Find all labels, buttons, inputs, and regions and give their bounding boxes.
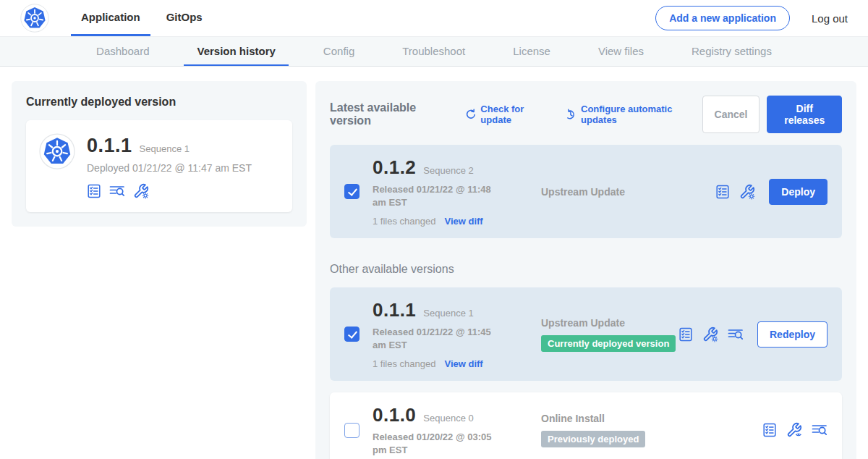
check-for-update-link[interactable]: Check for update bbox=[465, 104, 553, 125]
currently-deployed-badge: Currently deployed version bbox=[541, 335, 676, 352]
kubernetes-logo-icon bbox=[20, 4, 49, 33]
version-source: Upstream Update bbox=[541, 186, 715, 198]
tab-application[interactable]: Application bbox=[71, 0, 150, 36]
app-subnav: Dashboard Version history Config Trouble… bbox=[0, 36, 868, 67]
version-source: Online Install Previously deployed bbox=[541, 413, 762, 447]
refresh-icon bbox=[465, 109, 477, 121]
view-config-icon[interactable] bbox=[786, 422, 802, 438]
version-sequence: Sequence 1 bbox=[423, 308, 473, 319]
version-actions: Redeploy bbox=[678, 321, 827, 348]
released-timestamp: Released 01/21/22 @ 11:45 am EST bbox=[373, 326, 506, 351]
version-checkbox[interactable] bbox=[344, 327, 359, 342]
logout-button[interactable]: Log out bbox=[812, 12, 848, 25]
version-info: 0.1.2 Sequence 2 Released 01/21/22 @ 11:… bbox=[373, 156, 521, 227]
previously-deployed-badge: Previously deployed bbox=[541, 431, 645, 447]
subnav-dashboard[interactable]: Dashboard bbox=[83, 37, 162, 66]
redeploy-button[interactable]: Redeploy bbox=[757, 321, 827, 348]
deployed-version-info: 0.1.1 Sequence 1 Deployed 01/21/22 @ 11:… bbox=[87, 133, 252, 199]
edit-config-icon[interactable] bbox=[133, 183, 149, 199]
currently-deployed-panel: Currently deployed version 0.1.1 Sequenc… bbox=[12, 81, 307, 227]
subnav-license[interactable]: License bbox=[500, 37, 563, 66]
view-diff-link[interactable]: View diff bbox=[444, 358, 482, 369]
view-diff-link[interactable]: View diff bbox=[444, 216, 482, 227]
source-label: Upstream Update bbox=[541, 186, 715, 198]
subnav-view-files[interactable]: View files bbox=[585, 37, 657, 66]
deploy-button[interactable]: Deploy bbox=[769, 179, 827, 205]
top-tabs: Application GitOps bbox=[71, 0, 213, 36]
latest-version-title: Latest available version bbox=[330, 101, 452, 127]
preflight-checks-icon[interactable] bbox=[87, 184, 101, 198]
version-number: 0.1.2 bbox=[373, 156, 416, 179]
version-row-0-1-0: 0.1.0 Sequence 0 Released 01/20/22 @ 03:… bbox=[330, 392, 842, 459]
deployed-panel-title: Currently deployed version bbox=[26, 96, 292, 109]
deploy-logs-icon[interactable] bbox=[728, 327, 744, 342]
files-changed: 1 files changed bbox=[373, 358, 435, 369]
header-actions: Cancel Diff releases bbox=[702, 96, 842, 133]
subnav-version-history[interactable]: Version history bbox=[184, 37, 288, 66]
version-history-panel: Latest available version Check for updat… bbox=[315, 81, 856, 459]
diff-releases-button[interactable]: Diff releases bbox=[767, 96, 842, 133]
version-checkbox[interactable] bbox=[344, 423, 359, 438]
subnav-config[interactable]: Config bbox=[310, 37, 367, 66]
add-application-button[interactable]: Add a new application bbox=[655, 6, 790, 30]
version-sequence: Sequence 2 bbox=[423, 165, 473, 176]
kubernetes-app-icon bbox=[39, 133, 75, 169]
files-changed: 1 files changed bbox=[373, 216, 435, 227]
version-info: 0.1.0 Sequence 0 Released 01/20/22 @ 03:… bbox=[373, 404, 521, 456]
preflight-checks-icon[interactable] bbox=[762, 423, 777, 437]
version-info: 0.1.1 Sequence 1 Released 01/21/22 @ 11:… bbox=[373, 299, 521, 369]
main-content: Currently deployed version 0.1.1 Sequenc… bbox=[0, 67, 868, 459]
edit-config-icon[interactable] bbox=[739, 184, 755, 200]
other-versions-title: Other available versions bbox=[330, 263, 842, 276]
preflight-checks-icon[interactable] bbox=[678, 327, 693, 342]
source-label: Upstream Update bbox=[541, 317, 678, 329]
latest-version-header: Latest available version Check for updat… bbox=[330, 96, 842, 133]
released-timestamp: Released 01/21/22 @ 11:48 am EST bbox=[373, 183, 506, 209]
subnav-troubleshoot[interactable]: Troubleshoot bbox=[389, 37, 478, 66]
edit-config-icon[interactable] bbox=[702, 327, 718, 342]
check-for-update-label: Check for update bbox=[480, 104, 552, 125]
version-checkbox[interactable] bbox=[344, 184, 359, 199]
top-nav-right: Add a new application Log out bbox=[655, 0, 848, 36]
deployed-timestamp: Deployed 01/21/22 @ 11:47 am EST bbox=[87, 162, 252, 174]
version-actions: Deploy bbox=[715, 179, 827, 205]
version-actions bbox=[762, 422, 827, 438]
deploy-logs-icon[interactable] bbox=[109, 183, 125, 199]
deployed-sequence: Sequence 1 bbox=[140, 143, 190, 154]
version-source: Upstream Update Currently deployed versi… bbox=[541, 317, 678, 352]
deployed-version-number: 0.1.1 bbox=[87, 135, 132, 157]
deploy-logs-icon[interactable] bbox=[812, 422, 827, 438]
deployed-actions bbox=[87, 183, 252, 199]
deployed-version-card: 0.1.1 Sequence 1 Deployed 01/21/22 @ 11:… bbox=[26, 120, 292, 212]
preflight-checks-icon[interactable] bbox=[715, 185, 730, 199]
auto-update-clock-icon bbox=[565, 109, 576, 121]
top-nav: Application GitOps Add a new application… bbox=[0, 0, 868, 36]
released-timestamp: Released 01/20/22 @ 03:05 pm EST bbox=[373, 431, 506, 456]
subnav-registry-settings[interactable]: Registry settings bbox=[678, 37, 785, 66]
version-number: 0.1.0 bbox=[373, 404, 416, 426]
version-row-0-1-1: 0.1.1 Sequence 1 Released 01/21/22 @ 11:… bbox=[330, 287, 842, 381]
version-row-0-1-2: 0.1.2 Sequence 2 Released 01/21/22 @ 11:… bbox=[330, 145, 842, 238]
version-sequence: Sequence 0 bbox=[423, 413, 473, 424]
source-label: Online Install bbox=[541, 413, 762, 424]
cancel-button[interactable]: Cancel bbox=[702, 96, 760, 133]
configure-updates-label: Configure automatic updates bbox=[581, 104, 702, 125]
tab-gitops[interactable]: GitOps bbox=[156, 0, 213, 36]
version-number: 0.1.1 bbox=[373, 299, 416, 321]
configure-updates-link[interactable]: Configure automatic updates bbox=[565, 104, 702, 125]
app-logo[interactable] bbox=[20, 0, 49, 36]
